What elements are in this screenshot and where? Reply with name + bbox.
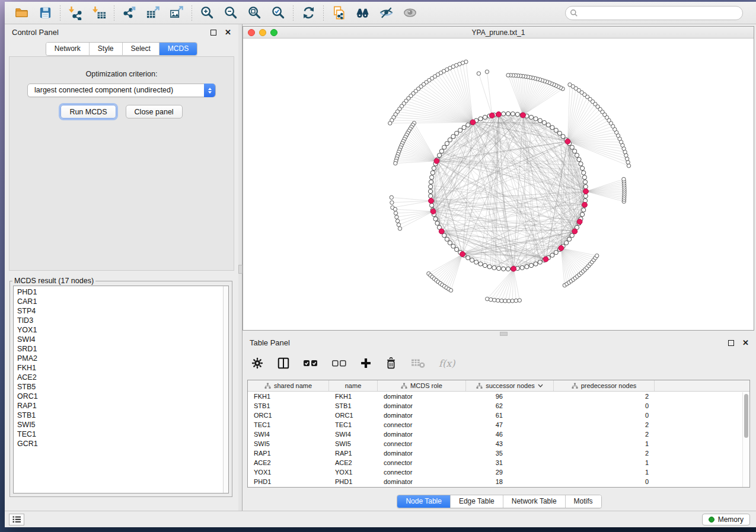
network-dominator-node[interactable]	[559, 245, 564, 251]
close-panel-icon[interactable]: ✕	[742, 340, 749, 346]
column-header-successor-nodes[interactable]: successor nodes	[466, 380, 554, 391]
network-node[interactable]	[538, 118, 542, 123]
table-scrollbar[interactable]	[742, 392, 749, 487]
network-node[interactable]	[487, 265, 492, 269]
network-node[interactable]	[462, 126, 466, 130]
close-panel-icon[interactable]: ✕	[225, 30, 231, 36]
table-row[interactable]: STB1STB1dominator620	[248, 401, 749, 411]
mcds-result-item[interactable]: STP4	[17, 306, 228, 316]
column-header-shared-name[interactable]: shared name	[248, 380, 329, 391]
network-node[interactable]	[483, 115, 487, 119]
network-dominator-node[interactable]	[583, 189, 589, 194]
zoom-in-icon[interactable]	[195, 4, 219, 23]
network-node[interactable]	[580, 166, 585, 170]
network-node[interactable]	[429, 194, 433, 198]
column-header-name[interactable]: name	[329, 380, 378, 391]
network-node[interactable]	[445, 142, 449, 146]
network-node[interactable]	[534, 262, 538, 266]
mcds-result-item[interactable]: RAP1	[17, 401, 228, 411]
network-leaf-node[interactable]	[622, 177, 626, 181]
network-dominator-node[interactable]	[521, 113, 526, 118]
table-row[interactable]: ORC1ORC1dominator610	[248, 411, 749, 420]
export-image-icon[interactable]	[165, 4, 189, 23]
network-leaf-node[interactable]	[489, 298, 493, 302]
mcds-result-item[interactable]: ORC1	[17, 392, 228, 401]
network-node[interactable]	[448, 241, 452, 245]
network-leaf-node[interactable]	[390, 201, 394, 204]
table-row[interactable]: PHD1PHD1dominator180	[248, 477, 749, 486]
network-leaf-node[interactable]	[568, 83, 572, 86]
zoom-fit-icon[interactable]	[243, 4, 266, 23]
network-dominator-node[interactable]	[496, 112, 502, 117]
network-dominator-node[interactable]	[511, 266, 516, 271]
network-leaf-node[interactable]	[507, 299, 511, 303]
table-row[interactable]: SWI5SWI5connector431	[248, 439, 749, 448]
network-node[interactable]	[580, 212, 585, 216]
table-mode-gear-icon[interactable]	[251, 357, 264, 370]
network-node[interactable]	[561, 134, 565, 139]
delete-column-icon[interactable]	[385, 357, 397, 370]
network-node[interactable]	[479, 117, 483, 121]
network-node[interactable]	[506, 111, 510, 116]
mcds-result-item[interactable]: SRD1	[17, 344, 228, 354]
network-dominator-node[interactable]	[577, 219, 582, 225]
network-node[interactable]	[579, 162, 583, 166]
select-all-icon[interactable]	[303, 358, 318, 368]
mcds-result-item[interactable]: CAR1	[17, 297, 228, 306]
network-node[interactable]	[538, 260, 542, 264]
refresh-icon[interactable]	[296, 4, 320, 23]
network-leaf-node[interactable]	[486, 297, 489, 300]
duplicate-network-icon[interactable]	[327, 4, 350, 23]
table-row[interactable]: TEC1TEC1connector472	[248, 420, 749, 430]
table-row[interactable]: FKH1FKH1dominator962	[248, 392, 749, 401]
mcds-result-item[interactable]: ACE2	[17, 373, 228, 382]
network-leaf-node[interactable]	[595, 254, 599, 258]
network-node[interactable]	[550, 126, 554, 130]
network-node[interactable]	[520, 265, 524, 270]
zoom-out-icon[interactable]	[219, 4, 243, 23]
network-node[interactable]	[428, 189, 432, 193]
network-node[interactable]	[529, 115, 533, 119]
table-row[interactable]: SWI4SWI4dominator462	[248, 430, 749, 439]
network-node[interactable]	[502, 267, 506, 271]
network-node[interactable]	[575, 153, 579, 158]
network-node[interactable]	[511, 112, 515, 116]
network-node[interactable]	[479, 262, 483, 266]
network-node[interactable]	[470, 258, 474, 262]
run-mcds-button[interactable]: Run MCDS	[60, 105, 116, 118]
network-node[interactable]	[442, 145, 446, 149]
mcds-result-item[interactable]: FKH1	[17, 363, 228, 373]
network-leaf-node[interactable]	[627, 164, 630, 168]
network-leaf-node[interactable]	[449, 289, 452, 292]
network-node[interactable]	[439, 149, 444, 153]
mcds-result-item[interactable]: GCR1	[17, 439, 228, 448]
network-node[interactable]	[430, 203, 434, 207]
mcds-result-item[interactable]: TEC1	[17, 430, 228, 439]
network-dominator-node[interactable]	[565, 139, 570, 144]
network-canvas[interactable]	[243, 39, 754, 330]
tab-style[interactable]: Style	[90, 43, 123, 55]
mcds-result-item[interactable]: SWI5	[17, 420, 228, 430]
network-dominator-node[interactable]	[434, 158, 439, 164]
network-node[interactable]	[448, 138, 452, 142]
network-node[interactable]	[564, 241, 569, 245]
network-node[interactable]	[466, 256, 470, 260]
network-node[interactable]	[515, 112, 519, 116]
mcds-result-item[interactable]: PHD1	[17, 287, 228, 297]
add-column-icon[interactable]	[360, 357, 372, 369]
network-node[interactable]	[506, 267, 510, 271]
network-dominator-node[interactable]	[460, 252, 465, 257]
table-tab-motifs[interactable]: Motifs	[566, 495, 601, 508]
first-neighbors-icon[interactable]	[350, 4, 374, 23]
network-dominator-node[interactable]	[572, 229, 578, 234]
mcds-list-scrollbar[interactable]	[223, 286, 228, 493]
table-row[interactable]: ACE2ACE2connector311	[248, 458, 749, 467]
network-node[interactable]	[445, 237, 449, 241]
tab-select[interactable]: Select	[123, 43, 160, 55]
network-leaf-node[interactable]	[394, 211, 397, 215]
splitter-grip[interactable]	[238, 265, 243, 274]
network-leaf-node[interactable]	[493, 298, 496, 302]
network-node[interactable]	[483, 264, 487, 268]
criterion-dropdown[interactable]: largest connected component (undirected)	[27, 84, 216, 97]
network-node[interactable]	[455, 131, 459, 135]
